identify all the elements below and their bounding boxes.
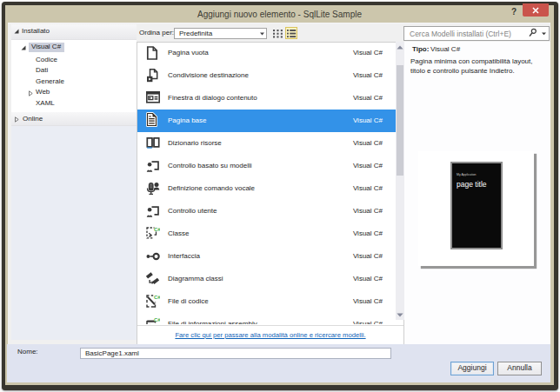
svg-text:C#: C# (154, 227, 160, 232)
svg-text:C#: C# (154, 317, 160, 322)
svg-text:C#: C# (154, 295, 160, 300)
